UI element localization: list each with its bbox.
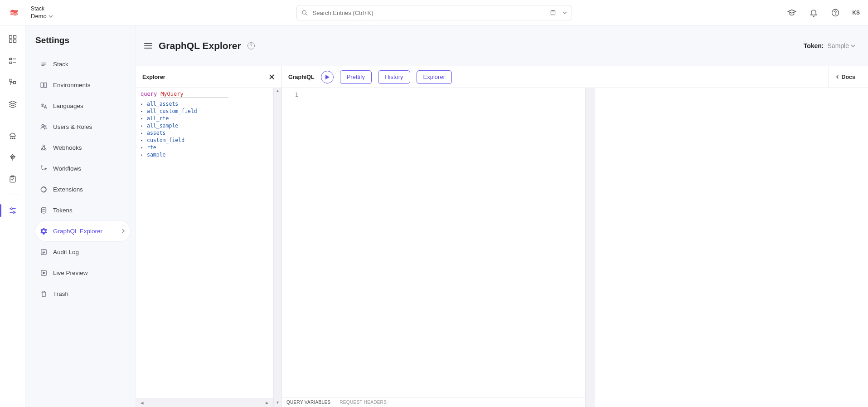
svg-point-21 bbox=[14, 138, 15, 139]
settings-item-workflows[interactable]: Workflows bbox=[35, 158, 130, 179]
chevron-down-icon bbox=[851, 44, 855, 48]
expand-icon: ▸ bbox=[141, 109, 145, 113]
search-input-wrapper[interactable] bbox=[296, 5, 572, 20]
settings-item-webhooks[interactable]: Webhooks bbox=[35, 137, 130, 158]
settings-item-label: Live Preview bbox=[53, 270, 88, 276]
tree-item[interactable]: ▸all_rte bbox=[141, 115, 269, 122]
settings-item-users-roles[interactable]: Users & Roles bbox=[35, 116, 130, 137]
token-label: Token: bbox=[804, 42, 824, 49]
stack-value: Demo bbox=[31, 13, 47, 20]
menu-icon[interactable] bbox=[144, 43, 152, 49]
notifications-icon[interactable] bbox=[809, 8, 819, 18]
tree-item-label: all_sample bbox=[147, 123, 178, 129]
expand-icon: ▸ bbox=[141, 131, 145, 135]
docs-label: Docs bbox=[841, 74, 855, 80]
settings-item-audit-log[interactable]: Audit Log bbox=[35, 241, 130, 262]
tree-item-label: all_rte bbox=[147, 115, 169, 122]
tree-item[interactable]: ▸assets bbox=[141, 129, 269, 137]
stack-selector[interactable]: Demo bbox=[31, 13, 53, 20]
settings-item-stack[interactable]: Stack bbox=[35, 54, 130, 74]
tree-item[interactable]: ▸rte bbox=[141, 144, 269, 151]
expand-icon: ▸ bbox=[141, 138, 145, 142]
results-scrollbar[interactable] bbox=[586, 88, 595, 407]
query-name-input[interactable] bbox=[160, 91, 228, 98]
settings-item-graphql-explorer[interactable]: GraphQL Explorer bbox=[35, 221, 130, 241]
education-icon[interactable] bbox=[787, 8, 797, 18]
tree-item-label: all_custom_field bbox=[147, 108, 197, 114]
svg-point-32 bbox=[42, 124, 44, 127]
chevron-left-icon bbox=[835, 75, 839, 79]
request-headers-tab[interactable]: REQUEST HEADERS bbox=[339, 400, 387, 405]
tree-item-label: all_assets bbox=[147, 101, 178, 107]
tree-item[interactable]: ▸custom_field bbox=[141, 137, 269, 144]
svg-rect-13 bbox=[9, 62, 11, 64]
chevron-down-icon[interactable] bbox=[563, 10, 567, 15]
tree-item[interactable]: ▸all_custom_field bbox=[141, 108, 269, 115]
query-variables-tab[interactable]: QUERY VARIABLES bbox=[286, 400, 330, 405]
scroll-up-icon[interactable]: ▴ bbox=[274, 88, 281, 95]
chevron-right-icon bbox=[121, 229, 126, 233]
svg-point-26 bbox=[13, 211, 15, 213]
svg-rect-30 bbox=[41, 83, 44, 87]
token-selector[interactable]: Sample bbox=[828, 42, 855, 49]
settings-item-label: Extensions bbox=[53, 186, 83, 193]
settings-item-environments[interactable]: Environments bbox=[35, 74, 130, 95]
scroll-left-icon[interactable]: ◂ bbox=[141, 399, 144, 406]
settings-item-languages[interactable]: Languages bbox=[35, 95, 130, 116]
query-editor[interactable] bbox=[302, 88, 585, 397]
prettify-button[interactable]: Prettify bbox=[340, 70, 372, 84]
expand-icon: ▸ bbox=[141, 145, 145, 150]
svg-rect-7 bbox=[9, 36, 12, 39]
rail-tasks[interactable] bbox=[4, 170, 22, 188]
tree-item[interactable]: ▸sample bbox=[141, 151, 269, 158]
user-avatar[interactable]: KS bbox=[852, 10, 860, 16]
docs-button[interactable]: Docs bbox=[829, 66, 862, 88]
help-icon[interactable] bbox=[830, 8, 840, 18]
settings-item-extensions[interactable]: Extensions bbox=[35, 179, 130, 200]
tree-item-label: assets bbox=[147, 130, 166, 136]
token-value: Sample bbox=[828, 42, 849, 49]
tree-item[interactable]: ▸all_sample bbox=[141, 122, 269, 129]
svg-rect-3 bbox=[552, 10, 554, 12]
rail-content-types[interactable] bbox=[4, 74, 22, 92]
settings-item-trash[interactable]: Trash bbox=[35, 283, 130, 304]
history-button[interactable]: History bbox=[378, 70, 410, 84]
rail-entries[interactable] bbox=[4, 52, 22, 70]
settings-item-live-preview[interactable]: Live Preview bbox=[35, 262, 130, 283]
explorer-panel-title: Explorer bbox=[142, 74, 165, 80]
tree-item-label: rte bbox=[147, 144, 156, 151]
scroll-down-icon[interactable]: ▾ bbox=[274, 400, 281, 407]
save-icon[interactable] bbox=[550, 10, 556, 16]
search-icon bbox=[301, 10, 308, 16]
rail-assets[interactable] bbox=[4, 95, 22, 113]
rail-releases[interactable] bbox=[4, 148, 22, 167]
explorer-button[interactable]: Explorer bbox=[417, 70, 452, 84]
graphiql-brand: GraphiQL bbox=[288, 74, 315, 80]
line-gutter: 1 bbox=[282, 88, 302, 397]
svg-point-33 bbox=[44, 125, 46, 127]
rail-settings[interactable] bbox=[4, 201, 22, 220]
settings-item-label: GraphQL Explorer bbox=[53, 228, 102, 235]
app-logo[interactable] bbox=[5, 4, 23, 21]
results-pane bbox=[586, 88, 868, 407]
stack-label: Stack bbox=[31, 5, 53, 12]
search-input[interactable] bbox=[313, 10, 545, 16]
svg-point-19 bbox=[10, 138, 11, 139]
execute-button[interactable] bbox=[321, 71, 334, 83]
svg-rect-8 bbox=[13, 36, 16, 39]
horizontal-scrollbar[interactable]: ◂ ▸ bbox=[136, 398, 273, 407]
close-icon[interactable]: ✕ bbox=[268, 72, 275, 82]
svg-rect-31 bbox=[44, 83, 47, 87]
expand-icon: ▸ bbox=[141, 152, 145, 157]
vertical-scrollbar[interactable]: ▴ ▾ bbox=[273, 88, 281, 407]
settings-item-label: Trash bbox=[53, 290, 68, 297]
svg-point-24 bbox=[10, 208, 12, 210]
tree-item-label: custom_field bbox=[147, 137, 184, 143]
query-keyword: query bbox=[141, 91, 157, 97]
settings-item-tokens[interactable]: Tokens bbox=[35, 200, 130, 221]
help-icon[interactable]: ? bbox=[247, 42, 255, 49]
tree-item[interactable]: ▸all_assets bbox=[141, 100, 269, 108]
scroll-right-icon[interactable]: ▸ bbox=[266, 399, 269, 406]
rail-dashboard[interactable] bbox=[4, 30, 22, 48]
rail-publish[interactable] bbox=[4, 127, 22, 145]
